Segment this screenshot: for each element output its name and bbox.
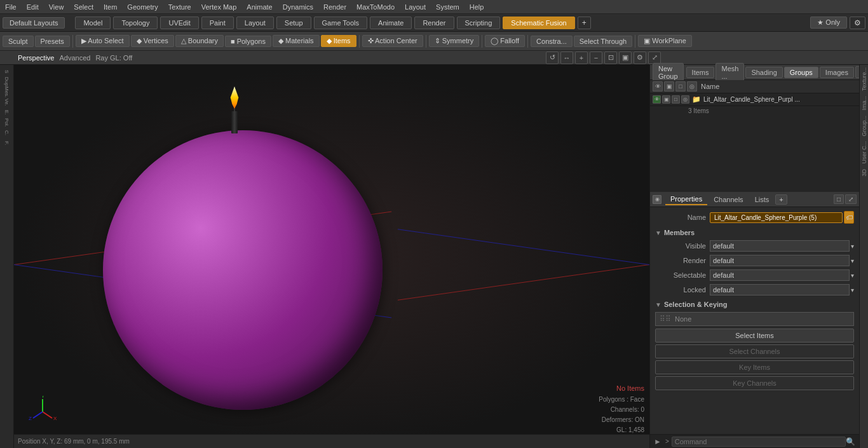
menu-system[interactable]: System bbox=[431, 2, 465, 12]
sidebar-dup[interactable]: Dup. bbox=[2, 78, 12, 86]
vp-pan-icon[interactable]: ↔ bbox=[560, 51, 573, 64]
members-section-header[interactable]: ▼ Members bbox=[655, 229, 854, 236]
sidebar-s[interactable]: S bbox=[2, 67, 12, 76]
view-render[interactable]: Advanced bbox=[59, 54, 90, 62]
vp-expand-icon[interactable]: ⤢ bbox=[648, 51, 661, 64]
vp-fit-icon[interactable]: ⊡ bbox=[604, 51, 617, 64]
tab-schematic-fusion[interactable]: Schematic Fusion bbox=[503, 17, 574, 29]
group-lock-icon[interactable]: □ bbox=[675, 81, 686, 92]
select-items-button[interactable]: Select Items bbox=[655, 329, 854, 343]
layout-dropdown[interactable]: Default Layouts bbox=[3, 17, 65, 29]
menu-view[interactable]: View bbox=[44, 2, 69, 12]
strip-ima-label[interactable]: Ima... bbox=[860, 93, 868, 113]
sub-panel-expand-icon[interactable]: ⤢ bbox=[845, 194, 857, 204]
sidebar-e[interactable]: E. bbox=[2, 108, 12, 117]
sidebar-pol[interactable]: Pol. bbox=[2, 118, 12, 127]
settings-button[interactable]: ⚙ bbox=[850, 17, 865, 29]
strip-user-label[interactable]: User C... bbox=[860, 139, 868, 166]
tab-images[interactable]: Images bbox=[820, 67, 854, 78]
tab-shading[interactable]: Shading bbox=[745, 67, 782, 78]
menu-animate[interactable]: Animate bbox=[241, 2, 277, 12]
key-items-button[interactable]: Key Items bbox=[655, 360, 854, 374]
sub-tab-add[interactable]: + bbox=[775, 194, 787, 205]
name-tag-icon[interactable]: 🏷 bbox=[844, 211, 854, 224]
vertices-button[interactable]: ◆ Vertices bbox=[131, 35, 174, 47]
presets-button[interactable]: Presets bbox=[35, 36, 70, 47]
menu-item[interactable]: Item bbox=[98, 2, 122, 12]
sidebar-ve[interactable]: Ve. bbox=[2, 98, 12, 107]
cmd-arrow-icon[interactable]: ► bbox=[654, 437, 661, 446]
view-mode[interactable]: Perspective bbox=[18, 54, 54, 62]
symmetry-button[interactable]: ⇕ Symmetry bbox=[429, 35, 480, 47]
tab-items[interactable]: Items bbox=[686, 67, 715, 78]
strip-3d-label[interactable]: 3D bbox=[860, 166, 868, 179]
sidebar-c[interactable]: C. bbox=[2, 128, 12, 137]
constraints-button[interactable]: Constra... bbox=[531, 36, 573, 47]
group-eye-icon[interactable]: 👁 bbox=[653, 81, 663, 92]
menu-layout[interactable]: Layout bbox=[400, 2, 431, 12]
menu-edit[interactable]: Edit bbox=[22, 2, 44, 12]
menu-dynamics[interactable]: Dynamics bbox=[278, 2, 318, 12]
boundary-button[interactable]: △ Boundary bbox=[175, 35, 224, 47]
sub-tab-properties[interactable]: Properties bbox=[665, 194, 707, 205]
group-entry-0[interactable]: 👁 ▣ □ ◎ 📁 Lit_Altar_Candle_Sphere_Purpl … bbox=[650, 93, 859, 106]
viewport[interactable]: X Y Z No Items Polygons : Face Channels:… bbox=[14, 65, 649, 448]
selectable-select[interactable]: default bbox=[710, 269, 850, 281]
tab-animate[interactable]: Animate bbox=[370, 17, 412, 29]
group-render-icon[interactable]: ▣ bbox=[664, 81, 674, 92]
entry-eye-icon[interactable]: 👁 bbox=[653, 95, 661, 104]
key-channels-button[interactable]: Key Channels bbox=[655, 376, 854, 390]
sub-tab-channels[interactable]: Channels bbox=[709, 194, 748, 205]
cmd-search-icon[interactable]: 🔍 bbox=[846, 437, 855, 446]
select-channels-button[interactable]: Select Channels bbox=[655, 344, 854, 358]
menu-file[interactable]: File bbox=[0, 2, 22, 12]
locked-select[interactable]: default bbox=[710, 284, 850, 295]
strip-group-label[interactable]: Group... bbox=[860, 113, 868, 139]
vp-camera-icon[interactable]: ▣ bbox=[619, 51, 632, 64]
selection-keying-header[interactable]: ▼ Selection & Keying bbox=[655, 301, 854, 308]
tab-layout[interactable]: Layout bbox=[236, 17, 274, 29]
tab-setup[interactable]: Setup bbox=[276, 17, 311, 29]
polygons-button[interactable]: ■ Polygons bbox=[225, 36, 271, 47]
menu-geometry[interactable]: Geometry bbox=[122, 2, 163, 12]
tab-render[interactable]: Render bbox=[414, 17, 454, 29]
sidebar-f[interactable]: F. bbox=[2, 139, 12, 147]
entry-ref-icon[interactable]: ◎ bbox=[681, 95, 689, 104]
tab-mesh[interactable]: Mesh ... bbox=[715, 63, 744, 82]
tab-game-tools[interactable]: Game Tools bbox=[314, 17, 368, 29]
vp-settings-icon[interactable]: ⚙ bbox=[634, 51, 646, 64]
tab-groups[interactable]: Groups bbox=[784, 67, 818, 78]
render-select[interactable]: default bbox=[710, 255, 850, 266]
strip-texture-label[interactable]: Texture... bbox=[860, 65, 868, 93]
auto-select-button[interactable]: ▶ Auto Select bbox=[76, 35, 130, 47]
tab-paint[interactable]: Paint bbox=[201, 17, 234, 29]
menu-select[interactable]: Select bbox=[69, 2, 98, 12]
tab-scripting[interactable]: Scripting bbox=[457, 17, 501, 29]
tab-uvedit[interactable]: UVEdit bbox=[160, 17, 198, 29]
vp-zoom-in-icon[interactable]: + bbox=[575, 51, 588, 64]
new-group-button[interactable]: New Group bbox=[653, 63, 684, 82]
entry-render-icon[interactable]: ▣ bbox=[662, 95, 670, 104]
menu-help[interactable]: Help bbox=[465, 2, 489, 12]
star-only-button[interactable]: ★ Only bbox=[810, 17, 847, 29]
vp-rotate-icon[interactable]: ↺ bbox=[546, 51, 559, 64]
menu-texture[interactable]: Texture bbox=[163, 2, 196, 12]
group-ref-icon[interactable]: ◎ bbox=[687, 81, 697, 92]
select-through-button[interactable]: Select Through bbox=[574, 36, 632, 47]
sub-tab-lists[interactable]: Lists bbox=[750, 194, 775, 205]
visible-select[interactable]: default bbox=[710, 240, 850, 252]
entry-lock-icon[interactable]: □ bbox=[672, 95, 680, 104]
materials-button[interactable]: ◆ Materials bbox=[273, 35, 320, 47]
sculpt-button[interactable]: Sculpt bbox=[3, 36, 34, 47]
view-gl[interactable]: Ray GL: Off bbox=[95, 54, 132, 62]
tab-model[interactable]: Model bbox=[75, 17, 111, 29]
tab-topology[interactable]: Topology bbox=[113, 17, 158, 29]
command-input[interactable] bbox=[672, 437, 846, 447]
name-input[interactable] bbox=[710, 212, 843, 223]
items-button[interactable]: ◆ Items bbox=[321, 35, 356, 47]
workplane-button[interactable]: ▣ WorkPlane bbox=[638, 35, 692, 47]
action-center-button[interactable]: ✜ Action Center bbox=[362, 35, 423, 47]
falloff-button[interactable]: ◯ Falloff bbox=[485, 35, 525, 47]
vp-zoom-out-icon[interactable]: − bbox=[590, 51, 602, 64]
sub-panel-restore-icon[interactable]: □ bbox=[834, 194, 844, 204]
